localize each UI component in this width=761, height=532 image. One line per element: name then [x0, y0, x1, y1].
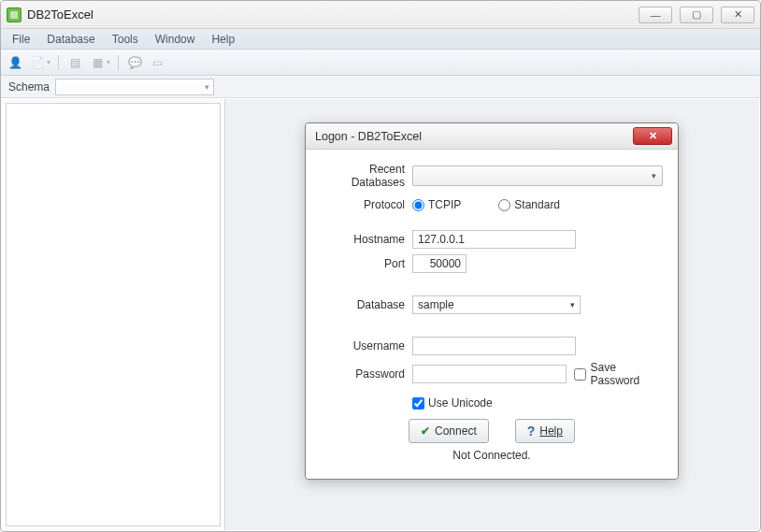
port-label: Port [321, 257, 412, 270]
dialog-close-button[interactable]: ✕ [633, 127, 672, 145]
hostname-label: Hostname [321, 233, 412, 246]
help-icon: ? [527, 424, 536, 439]
save-password-input[interactable] [574, 368, 586, 381]
protocol-standard-radio[interactable]: Standard [498, 198, 560, 211]
use-unicode-input[interactable] [412, 397, 424, 410]
menu-help[interactable]: Help [204, 31, 242, 48]
document-icon: 📄 [29, 54, 46, 71]
toolbar-grid-dropdown[interactable]: ▦ ▾ [89, 54, 110, 71]
port-field[interactable] [412, 254, 467, 273]
username-label: Username [321, 339, 412, 352]
dialog-titlebar: Logon - DB2ToExcel ✕ [306, 123, 678, 150]
save-password-checkbox[interactable]: Save Password [574, 361, 663, 387]
logon-dialog: Logon - DB2ToExcel ✕ Recent Databases ▾ … [305, 122, 679, 480]
toolbar-separator [118, 55, 119, 70]
password-label: Password [321, 367, 412, 381]
protocol-tcpip-input[interactable] [412, 199, 424, 211]
menu-window[interactable]: Window [148, 31, 203, 48]
right-panel: Logon - DB2ToExcel ✕ Recent Databases ▾ … [225, 99, 759, 530]
titlebar: DB2ToExcel ― ▢ ✕ [1, 1, 760, 29]
database-label: Database [321, 298, 412, 311]
toolbar-separator [58, 55, 59, 70]
window-close-button[interactable]: ✕ [721, 7, 754, 23]
connect-button[interactable]: ✔ Connect [409, 419, 489, 443]
menu-file[interactable]: File [5, 31, 37, 48]
help-button-label: Help [539, 424, 563, 438]
schema-label: Schema [8, 80, 50, 93]
schema-combo[interactable]: ▾ [55, 79, 214, 95]
main-area: Logon - DB2ToExcel ✕ Recent Databases ▾ … [2, 99, 759, 530]
maximize-button[interactable]: ▢ [680, 7, 713, 23]
toolbar-logon-icon[interactable]: 👤 [7, 54, 23, 71]
app-window: DB2ToExcel ― ▢ ✕ File Database Tools Win… [0, 0, 761, 532]
chevron-down-icon: ▾ [107, 58, 110, 66]
window-title: DB2ToExcel [27, 7, 93, 22]
minimize-button[interactable]: ― [639, 7, 672, 23]
connection-status: Not Connected. [321, 449, 663, 462]
schema-tree[interactable] [6, 103, 221, 526]
app-icon [7, 7, 22, 22]
toolbar-open-dropdown[interactable]: 📄 ▾ [29, 54, 50, 71]
protocol-tcpip-text: TCPIP [428, 198, 461, 211]
chevron-down-icon: ▾ [205, 82, 209, 92]
use-unicode-checkbox[interactable]: Use Unicode [412, 396, 493, 410]
toolbar: 👤 📄 ▾ ▤ ▦ ▾ 💬 ▭ [1, 50, 760, 76]
toolbar-grid-icon[interactable]: ▤ [66, 54, 83, 71]
connect-button-label: Connect [435, 424, 477, 438]
password-field[interactable] [412, 365, 567, 383]
use-unicode-text: Use Unicode [428, 396, 493, 410]
recent-databases-combo[interactable]: ▾ [412, 165, 663, 186]
username-field[interactable] [412, 337, 576, 355]
chevron-down-icon: ▾ [47, 58, 50, 66]
left-panel [2, 99, 225, 530]
chevron-down-icon: ▾ [570, 300, 575, 309]
grid-icon: ▦ [89, 54, 106, 71]
recent-databases-label: Recent Databases [321, 163, 412, 189]
help-button[interactable]: ? Help [515, 419, 575, 443]
toolbar-query-icon[interactable]: 💬 [126, 54, 143, 71]
menubar: File Database Tools Window Help [1, 29, 760, 50]
dialog-title: Logon - DB2ToExcel [315, 130, 422, 143]
chevron-down-icon: ▾ [652, 171, 656, 180]
toolbar-sheet-icon[interactable]: ▭ [149, 54, 165, 71]
protocol-label: Protocol [321, 198, 412, 211]
protocol-standard-text: Standard [514, 198, 560, 211]
check-icon: ✔ [421, 424, 430, 438]
hostname-field[interactable] [412, 230, 576, 249]
protocol-tcpip-radio[interactable]: TCPIP [412, 198, 461, 211]
schema-bar: Schema ▾ [1, 76, 760, 98]
database-value: sample [418, 298, 454, 311]
protocol-standard-input[interactable] [498, 199, 510, 211]
save-password-text: Save Password [590, 361, 663, 387]
menu-database[interactable]: Database [39, 31, 102, 48]
database-combo[interactable]: sample ▾ [412, 295, 581, 314]
dialog-body: Recent Databases ▾ Protocol TCPI [306, 150, 678, 479]
menu-tools[interactable]: Tools [105, 31, 146, 48]
